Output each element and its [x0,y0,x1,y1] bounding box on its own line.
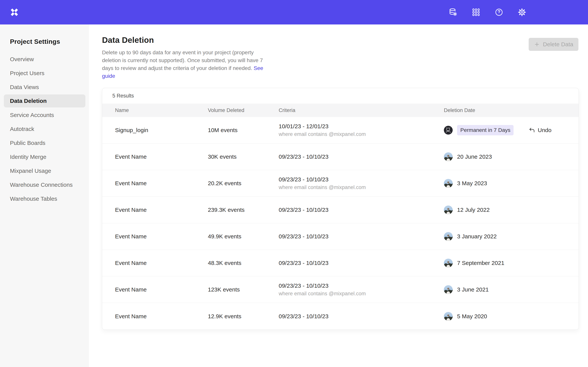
criteria-range: 09/23/23 - 10/10/23 [279,233,444,240]
sidebar-item-warehouse-tables[interactable]: Warehouse Tables [4,192,85,206]
project-settings-sidebar: Project Settings Overview Project Users … [0,25,89,367]
undo-button-label: Undo [538,127,552,133]
cell-deletion-date: 3 June 2021 [444,285,571,294]
top-navigation-bar [0,0,588,25]
avatar [444,179,453,188]
deletion-requests-card: 5 Results Name Volume Deleted Criteria D… [102,88,579,330]
cell-volume: 10M events [208,127,279,133]
sidebar-nav-list: Overview Project Users Data Views Data D… [4,52,85,206]
criteria-range: 09/23/23 - 10/10/23 [279,176,444,183]
cell-criteria: 09/23/23 - 10/10/23 [279,260,444,266]
mixpanel-logo-icon[interactable] [9,8,19,17]
deletion-date-text: 3 January 2022 [457,233,497,240]
cell-criteria: 09/23/23 - 10/10/23 [279,233,444,240]
sidebar-item-autotrack[interactable]: Autotrack [4,122,85,136]
sidebar-item-overview[interactable]: Overview [4,52,85,66]
column-header-name: Name [115,108,208,113]
avatar [444,259,453,267]
cell-deletion-date: 7 September 2021 [444,259,571,267]
criteria-range: 09/23/23 - 10/10/23 [279,313,444,320]
cell-deletion-date: 12 July 2022 [444,206,571,214]
cell-deletion-date: 3 January 2022 [444,232,571,241]
person-avatar-icon [444,206,453,214]
table-row: Event Name 49.9K events 09/23/23 - 10/10… [102,223,579,250]
undo-icon [529,127,535,133]
criteria-filter: where email contains @mixpanel.com [279,131,444,137]
data-deletion-page: Data Deletion Delete up to 90 days data … [89,25,588,367]
sidebar-item-data-views[interactable]: Data Views [4,80,85,94]
person-avatar-icon [444,312,453,321]
avatar [444,206,453,214]
sidebar-item-warehouse-connections[interactable]: Warehouse Connections [4,178,85,192]
database-gear-icon[interactable] [449,8,458,17]
sidebar-item-project-users[interactable]: Project Users [4,66,85,80]
sidebar-item-identity-merge[interactable]: Identity Merge [4,150,85,164]
apps-grid-icon[interactable] [472,8,480,17]
person-avatar-icon [444,285,453,294]
person-avatar-icon [444,179,453,188]
cell-event-name: Event Name [115,286,208,293]
criteria-range: 09/23/23 - 10/10/23 [279,153,444,160]
cell-event-name: Event Name [115,207,208,213]
table-row: Event Name 30K events 09/23/23 - 10/10/2… [102,143,579,170]
page-title: Data Deletion [102,35,579,45]
avatar [444,232,453,241]
table-row: Event Name 48.3K events 09/23/23 - 10/10… [102,250,579,276]
criteria-filter: where email contains @mixpanel.com [279,184,444,190]
cell-criteria: 09/23/23 - 10/10/23 where email contains… [279,283,444,297]
person-avatar-icon [444,259,453,267]
status-badge: Permanent in 7 Days [457,125,514,135]
cell-event-name: Event Name [115,180,208,187]
criteria-range: 09/23/23 - 10/10/23 [279,260,444,266]
deletion-date-text: 5 May 2020 [457,313,487,320]
help-icon[interactable] [495,8,503,17]
cell-volume: 30K events [208,153,279,160]
cell-volume: 49.9K events [208,233,279,240]
table-row: Event Name 239.3K events 09/23/23 - 10/1… [102,197,579,223]
deletion-date-text: 20 June 2023 [457,153,492,160]
delete-data-button[interactable]: Delete Data [529,38,579,51]
avatar [444,126,453,134]
deletion-date-text: 7 September 2021 [457,260,504,266]
settings-gear-icon[interactable] [518,8,526,17]
page-description-text: Delete up to 90 days data for any event … [102,50,263,71]
cell-volume: 20.2K events [208,180,279,187]
cell-volume: 123K events [208,286,279,293]
cell-criteria: 09/23/23 - 10/10/23 where email contains… [279,176,444,190]
cell-event-name: Signup_login [115,127,208,133]
person-avatar-icon [444,152,453,161]
results-count: 5 Results [102,88,579,104]
sidebar-item-service-accounts[interactable]: Service Accounts [4,108,85,122]
cell-event-name: Event Name [115,260,208,266]
table-row: Event Name 12.9K events 09/23/23 - 10/10… [102,303,579,330]
avatar [444,152,453,161]
avatar [444,312,453,321]
delete-data-button-label: Delete Data [543,41,573,48]
cell-criteria: 09/23/23 - 10/10/23 [279,153,444,160]
topbar-icon-group [449,8,526,17]
column-header-deletion-date: Deletion Date [444,108,571,113]
cell-volume: 239.3K events [208,207,279,213]
sidebar-item-public-boards[interactable]: Public Boards [4,136,85,150]
sidebar-item-mixpanel-usage[interactable]: Mixpanel Usage [4,164,85,178]
cell-criteria: 09/23/23 - 10/10/23 [279,313,444,320]
illustrated-avatar-icon [444,126,453,134]
table-row: Signup_login 10M events 10/01/23 - 12/01… [102,117,579,143]
cell-criteria: 10/01/23 - 12/01/23 where email contains… [279,123,444,137]
table-row: Event Name 123K events 09/23/23 - 10/10/… [102,276,579,303]
sidebar-item-data-deletion[interactable]: Data Deletion [4,94,85,108]
cell-deletion-date: 20 June 2023 [444,152,571,161]
criteria-range: 09/23/23 - 10/10/23 [279,207,444,213]
criteria-range: 09/23/23 - 10/10/23 [279,283,444,289]
cell-event-name: Event Name [115,153,208,160]
cell-deletion-date: Permanent in 7 Days Undo [444,125,571,135]
plus-icon [534,41,540,47]
undo-button[interactable]: Undo [529,127,552,133]
table-row: Event Name 20.2K events 09/23/23 - 10/10… [102,170,579,197]
sidebar-title: Project Settings [4,38,85,45]
criteria-filter: where email contains @mixpanel.com [279,291,444,297]
table-header-row: Name Volume Deleted Criteria Deletion Da… [102,104,579,117]
deletion-date-text: 3 May 2023 [457,180,487,187]
deletion-date-text: 3 June 2021 [457,286,489,293]
column-header-volume-deleted: Volume Deleted [208,108,279,113]
